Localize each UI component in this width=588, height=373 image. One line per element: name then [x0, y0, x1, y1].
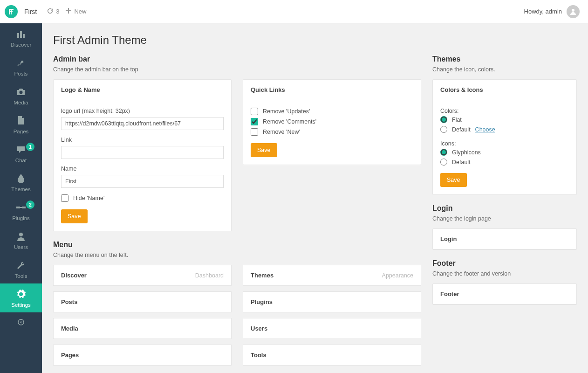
- sidebar-item-tools[interactable]: Tools: [0, 255, 42, 283]
- menu-card-tools[interactable]: Tools: [243, 345, 421, 366]
- svg-point-15: [19, 233, 23, 236]
- logo-url-label: logo url (max height: 32px): [61, 108, 224, 114]
- remove-new-checkbox[interactable]: [251, 128, 258, 136]
- sidebar-item-chat[interactable]: Chat 1: [0, 139, 42, 168]
- menu-card-posts[interactable]: Posts: [53, 291, 232, 312]
- main-content: First Admin Theme Admin bar Change the a…: [42, 23, 588, 373]
- sidebar: Discover Posts Media Pages Chat 1 Themes…: [0, 23, 42, 373]
- svg-rect-14: [22, 207, 26, 208]
- name-label: Name: [61, 166, 224, 172]
- sidebar-item-label: Posts: [14, 71, 28, 76]
- drop-icon: [16, 173, 26, 184]
- color-default-radio[interactable]: Default Choose: [440, 126, 569, 133]
- sidebar-item-media[interactable]: Media: [0, 81, 42, 110]
- site-title[interactable]: First: [24, 8, 37, 15]
- chart-icon: [16, 29, 26, 39]
- updates-count: 3: [56, 8, 59, 15]
- remove-new-check[interactable]: Remove 'New': [251, 128, 413, 136]
- svg-rect-5: [66, 10, 71, 11]
- remove-updates-check[interactable]: Remove 'Updates': [251, 108, 413, 115]
- link-input[interactable]: [61, 146, 224, 159]
- footer-panel-head[interactable]: Footer: [433, 284, 576, 304]
- login-heading: Login: [432, 204, 577, 213]
- svg-point-10: [21, 61, 23, 63]
- login-panel: Login: [432, 228, 577, 250]
- color-flat-radio[interactable]: Flat: [440, 116, 569, 123]
- new-link[interactable]: New: [66, 8, 86, 15]
- plus-icon: [66, 8, 71, 15]
- save-button[interactable]: Save: [440, 173, 467, 187]
- svg-rect-9: [23, 34, 25, 38]
- sidebar-item-plugins[interactable]: Plugins 2: [0, 197, 42, 226]
- adminbar-heading: Admin bar: [53, 55, 421, 63]
- adminbar-desc: Change the admin bar on the top: [53, 66, 421, 73]
- sidebar-item-label: Plugins: [12, 215, 30, 221]
- svg-rect-8: [20, 31, 22, 38]
- sidebar-item-label: Discover: [11, 42, 32, 48]
- remove-comments-check[interactable]: Remove 'Comments': [251, 118, 413, 125]
- hide-name-check[interactable]: Hide 'Name': [61, 194, 224, 202]
- menu-desc: Change the menu on the left.: [53, 252, 421, 258]
- choose-link[interactable]: Choose: [475, 126, 495, 133]
- icon-default-radio[interactable]: Default: [440, 159, 569, 166]
- sidebar-collapse[interactable]: [0, 312, 42, 332]
- svg-rect-2: [9, 9, 14, 10]
- pin-icon: [16, 58, 26, 68]
- plugin-icon: [16, 202, 26, 213]
- topbar-left: First 3 New: [5, 5, 86, 18]
- menu-card-discover[interactable]: DiscoverDashboard: [53, 265, 232, 286]
- sidebar-item-pages[interactable]: Pages: [0, 110, 42, 139]
- footer-desc: Change the footer and version: [432, 270, 577, 277]
- logo-icon[interactable]: [5, 5, 18, 18]
- quick-links-panel: Quick Links Remove 'Updates' Remove 'Com…: [243, 79, 421, 165]
- wrench-icon: [16, 260, 26, 270]
- refresh-icon: [47, 8, 53, 15]
- name-input[interactable]: [61, 175, 224, 188]
- hide-name-checkbox[interactable]: [61, 194, 68, 202]
- sidebar-item-label: Pages: [14, 129, 29, 134]
- sidebar-item-discover[interactable]: Discover: [0, 23, 42, 52]
- sidebar-item-label: Settings: [11, 302, 31, 308]
- colors-label: Colors:: [440, 108, 569, 114]
- svg-rect-13: [16, 207, 20, 208]
- icon-glyph-radio[interactable]: Glyphicons: [440, 149, 569, 156]
- footer-panel: Footer: [432, 283, 577, 305]
- gear-icon: [16, 289, 26, 299]
- logo-name-panel-head[interactable]: Logo & Name: [54, 80, 231, 100]
- sidebar-item-users[interactable]: Users: [0, 226, 42, 255]
- sidebar-item-label: Users: [14, 244, 28, 250]
- chat-icon: [16, 145, 26, 155]
- sidebar-item-label: Chat: [15, 158, 27, 163]
- svg-rect-7: [17, 33, 19, 38]
- topbar-right: Howdy, admin: [524, 5, 580, 18]
- save-button[interactable]: Save: [251, 143, 277, 157]
- colors-icons-panel-head[interactable]: Colors & Icons: [433, 80, 576, 100]
- page-icon: [16, 116, 26, 126]
- remove-comments-checkbox[interactable]: [251, 118, 258, 125]
- svg-rect-11: [18, 64, 20, 66]
- menu-card-pages[interactable]: Pages: [53, 345, 232, 366]
- menu-card-plugins[interactable]: Plugins: [243, 291, 421, 312]
- camera-icon: [16, 87, 26, 97]
- badge: 2: [26, 200, 34, 209]
- page-title: First Admin Theme: [53, 34, 577, 47]
- footer-heading: Footer: [432, 259, 577, 268]
- quick-links-panel-head[interactable]: Quick Links: [243, 80, 421, 100]
- topbar: First 3 New Howdy, admin: [0, 0, 588, 23]
- sidebar-item-posts[interactable]: Posts: [0, 52, 42, 81]
- logo-url-input[interactable]: [61, 117, 224, 130]
- menu-card-themes[interactable]: ThemesAppearance: [243, 265, 421, 286]
- new-label: New: [74, 8, 86, 15]
- menu-card-media[interactable]: Media: [53, 318, 232, 339]
- greeting[interactable]: Howdy, admin: [524, 8, 562, 15]
- sidebar-item-label: Tools: [15, 273, 27, 279]
- login-panel-head[interactable]: Login: [433, 229, 576, 249]
- sidebar-item-themes[interactable]: Themes: [0, 168, 42, 197]
- user-icon: [16, 231, 26, 242]
- remove-updates-checkbox[interactable]: [251, 108, 258, 115]
- sidebar-item-settings[interactable]: Settings: [0, 283, 42, 312]
- save-button[interactable]: Save: [61, 209, 88, 223]
- menu-card-users[interactable]: Users: [243, 318, 421, 339]
- avatar[interactable]: [567, 5, 580, 18]
- updates-link[interactable]: 3: [47, 8, 59, 15]
